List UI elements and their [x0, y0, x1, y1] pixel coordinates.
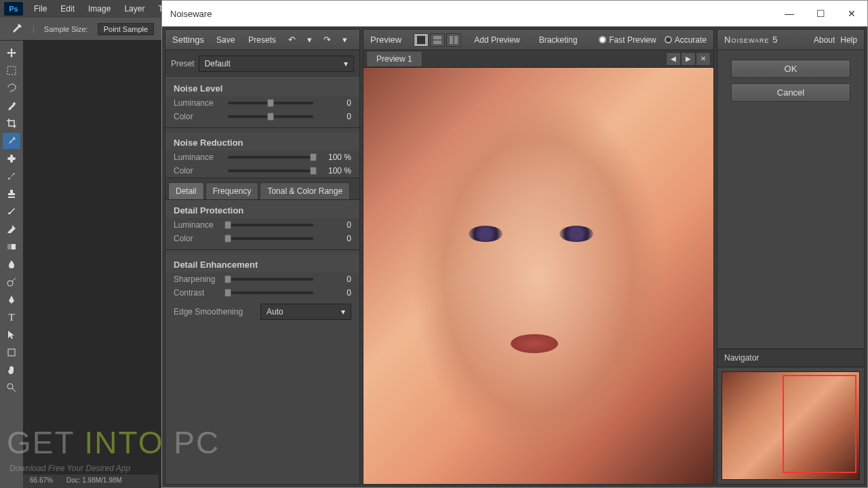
- navigator-thumbnail[interactable]: [722, 371, 860, 480]
- heal-tool[interactable]: [3, 150, 20, 167]
- brush-tool[interactable]: [3, 168, 20, 184]
- chevron-down-icon[interactable]: ▾: [301, 33, 317, 47]
- menu-edit[interactable]: Edit: [54, 4, 81, 14]
- sharpening-slider[interactable]: [228, 278, 313, 281]
- fast-preview-radio[interactable]: Fast Preview: [599, 35, 656, 45]
- close-preview-icon[interactable]: ✕: [696, 52, 711, 66]
- slider-value: 100 %: [319, 166, 351, 176]
- undo-icon[interactable]: ↶: [283, 33, 300, 47]
- preset-dropdown[interactable]: Default▾: [199, 56, 354, 72]
- ok-button[interactable]: OK: [731, 60, 850, 78]
- settings-panel: Settings Save Presets ↶ ▾ ↷ ▾ Preset Def…: [165, 29, 360, 485]
- dp-color-slider[interactable]: [228, 237, 313, 240]
- hand-tool[interactable]: [3, 362, 20, 378]
- eyedropper-tool[interactable]: [3, 133, 20, 149]
- minimize-button[interactable]: —: [774, 1, 805, 26]
- type-tool[interactable]: T: [3, 309, 20, 325]
- navigator-viewport-rect[interactable]: [783, 375, 856, 473]
- menu-layer[interactable]: Layer: [117, 4, 151, 14]
- contrast-slider[interactable]: [228, 291, 313, 294]
- zoom-tool[interactable]: [3, 380, 20, 396]
- about-link[interactable]: About: [814, 35, 835, 45]
- slider-label: Color: [174, 166, 222, 176]
- noise-reduction-heading: Noise Reduction: [165, 132, 359, 150]
- status-bar: 66.67% Doc: 1.98M/1.98M: [23, 474, 159, 488]
- svg-rect-10: [433, 41, 441, 44]
- dialog-titlebar[interactable]: Noiseware — ☐ ✕: [162, 1, 867, 26]
- presets-button[interactable]: Presets: [242, 33, 282, 47]
- eyedropper-icon: [9, 22, 23, 36]
- color-slider[interactable]: [228, 115, 313, 118]
- crop-tool[interactable]: [3, 115, 20, 131]
- shape-tool[interactable]: [3, 344, 20, 361]
- noiseware-dialog: Noiseware — ☐ ✕ Settings Save Presets ↶ …: [161, 0, 868, 488]
- view-single-icon[interactable]: [414, 33, 429, 47]
- edge-smoothening-label: Edge Smoothening: [174, 307, 255, 317]
- bracketing-button[interactable]: Bracketing: [533, 33, 584, 47]
- svg-rect-2: [10, 155, 13, 163]
- svg-rect-6: [8, 349, 15, 356]
- gradient-tool[interactable]: [3, 239, 20, 255]
- slider-value: 100 %: [319, 152, 351, 162]
- pen-tool[interactable]: [3, 291, 20, 308]
- lasso-tool[interactable]: [3, 80, 20, 96]
- chevron-down-icon[interactable]: ▾: [336, 33, 353, 47]
- nr-color-slider[interactable]: [228, 169, 313, 172]
- blur-tool[interactable]: [3, 256, 20, 272]
- tab-frequency[interactable]: Frequency: [205, 182, 259, 199]
- watermark-sub: Download Free Your Desired App: [9, 464, 130, 473]
- dodge-tool[interactable]: [3, 274, 20, 290]
- sample-size-label: Sample Size:: [44, 25, 88, 33]
- menu-file[interactable]: File: [27, 4, 54, 14]
- help-link[interactable]: Help: [840, 35, 857, 45]
- add-preview-button[interactable]: Add Preview: [468, 33, 526, 47]
- preview-tab-1[interactable]: Preview 1: [366, 51, 422, 67]
- view-split-h-icon[interactable]: [430, 33, 445, 47]
- preview-title: Preview: [370, 35, 401, 45]
- slider-label: Luminance: [174, 220, 222, 230]
- redo-icon[interactable]: ↷: [319, 33, 335, 47]
- nr-luminance-slider[interactable]: [228, 156, 313, 159]
- cancel-button[interactable]: Cancel: [731, 83, 850, 102]
- close-button[interactable]: ✕: [836, 1, 867, 26]
- slider-label: Luminance: [174, 152, 222, 162]
- slider-value: 0: [319, 98, 351, 108]
- preset-label: Preset: [171, 59, 195, 68]
- edge-smoothening-dropdown[interactable]: Auto▾: [260, 304, 351, 320]
- stamp-tool[interactable]: [3, 186, 20, 202]
- dp-luminance-slider[interactable]: [228, 224, 313, 226]
- eraser-tool[interactable]: [3, 221, 20, 237]
- zoom-level: 66.67%: [30, 476, 53, 486]
- tab-tonal-color[interactable]: Tonal & Color Range: [260, 182, 350, 199]
- preview-image[interactable]: [363, 68, 713, 484]
- sample-size-field[interactable]: Point Sample: [98, 23, 154, 35]
- svg-rect-9: [433, 36, 441, 39]
- svg-rect-0: [7, 66, 16, 75]
- view-split-v-icon[interactable]: [446, 33, 461, 47]
- menu-image[interactable]: Image: [81, 4, 117, 14]
- wand-tool[interactable]: [3, 98, 20, 114]
- noise-level-heading: Noise Level: [165, 78, 359, 96]
- preview-panel: Preview Add Preview Bracketing Fast Prev…: [363, 29, 714, 485]
- luminance-slider[interactable]: [228, 102, 313, 104]
- history-brush-tool[interactable]: [3, 203, 20, 220]
- slider-label: Contrast: [174, 288, 222, 298]
- move-tool[interactable]: [3, 45, 20, 61]
- slider-value: 0: [319, 288, 351, 298]
- navigator-title: Navigator: [717, 348, 864, 367]
- slider-value: 0: [319, 112, 351, 121]
- path-select-tool[interactable]: [3, 327, 20, 343]
- next-arrow-icon[interactable]: ▶: [681, 52, 696, 66]
- tab-detail[interactable]: Detail: [168, 182, 204, 199]
- accurate-radio[interactable]: Accurate: [665, 35, 707, 45]
- right-panel: Noiseware 5 About Help OK Cancel Navigat…: [717, 29, 865, 485]
- settings-title: Settings: [172, 35, 204, 45]
- prev-arrow-icon[interactable]: ◀: [666, 52, 681, 66]
- save-button[interactable]: Save: [210, 33, 241, 47]
- photoshop-toolbar: T: [0, 41, 23, 488]
- slider-label: Color: [174, 234, 222, 243]
- maximize-button[interactable]: ☐: [805, 1, 836, 26]
- slider-label: Color: [174, 112, 222, 121]
- svg-rect-8: [417, 36, 425, 44]
- marquee-tool[interactable]: [3, 62, 20, 79]
